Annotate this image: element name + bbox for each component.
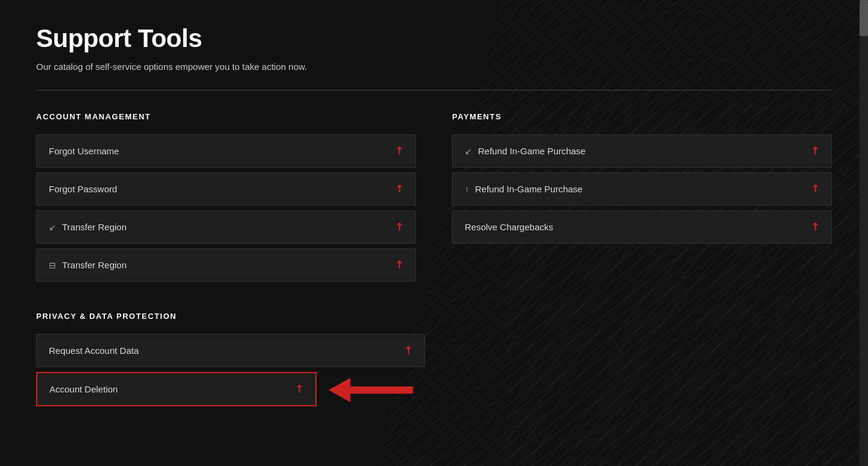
transfer-region-2-icon: ⊟ — [49, 260, 56, 270]
transfer-region-2-label: Transfer Region — [62, 260, 127, 270]
refund-ingame-1-item[interactable]: ↙ Refund In-Game Purchase ↗ — [452, 134, 832, 168]
transfer-region-1-icon: ↙ — [49, 222, 56, 232]
forgot-password-item[interactable]: Forgot Password ↗ — [36, 172, 416, 206]
account-management-section: ACCOUNT MANAGEMENT Forgot Username ↗ For… — [36, 112, 416, 282]
scrollbar-thumb[interactable] — [860, 0, 868, 36]
refund-ingame-2-label: Refund In-Game Purchase — [475, 184, 582, 194]
divider — [36, 90, 832, 90]
annotation-arrow — [329, 374, 425, 405]
scrollbar-track[interactable] — [860, 0, 868, 466]
privacy-heading: PRIVACY & DATA PROTECTION — [36, 312, 832, 321]
transfer-region-1-item[interactable]: ↙ Transfer Region ↗ — [36, 210, 416, 244]
account-deletion-arrow-icon: ↗ — [292, 382, 307, 397]
refund-ingame-2-item[interactable]: ↑ Refund In-Game Purchase ↗ — [452, 172, 832, 206]
request-account-data-item[interactable]: Request Account Data ↗ — [36, 334, 425, 367]
account-management-list: Forgot Username ↗ Forgot Password ↗ ↙ Tr… — [36, 134, 416, 282]
forgot-username-label: Forgot Username — [49, 146, 119, 156]
forgot-password-label: Forgot Password — [49, 184, 117, 194]
svg-marker-1 — [329, 378, 350, 402]
account-deletion-label: Account Deletion — [49, 384, 118, 394]
request-account-data-label: Request Account Data — [49, 345, 139, 356]
account-deletion-wrapper: Account Deletion ↗ — [36, 372, 425, 406]
privacy-section: PRIVACY & DATA PROTECTION Request Accoun… — [36, 312, 832, 406]
forgot-username-arrow-icon: ↗ — [392, 143, 407, 159]
privacy-list: Request Account Data ↗ Account Deletion … — [36, 334, 425, 406]
svg-rect-0 — [347, 386, 413, 394]
forgot-username-item[interactable]: Forgot Username ↗ — [36, 134, 416, 168]
big-red-arrow-svg — [329, 374, 425, 405]
transfer-region-2-item[interactable]: ⊟ Transfer Region ↗ — [36, 248, 416, 282]
main-columns: ACCOUNT MANAGEMENT Forgot Username ↗ For… — [36, 112, 832, 282]
resolve-chargebacks-arrow-icon: ↗ — [808, 219, 823, 235]
transfer-region-1-arrow-icon: ↗ — [392, 219, 407, 235]
page-title: Support Tools — [36, 24, 832, 53]
account-deletion-item[interactable]: Account Deletion ↗ — [36, 372, 316, 406]
transfer-region-2-arrow-icon: ↗ — [392, 257, 407, 272]
request-account-data-arrow-icon: ↗ — [401, 343, 416, 358]
page-subtitle: Our catalog of self-service options empo… — [36, 61, 832, 72]
refund-ingame-2-icon: ↑ — [465, 184, 469, 194]
transfer-region-1-label: Transfer Region — [62, 222, 127, 232]
refund-ingame-1-label: Refund In-Game Purchase — [478, 146, 585, 156]
refund-ingame-1-icon: ↙ — [465, 146, 472, 156]
resolve-chargebacks-label: Resolve Chargebacks — [465, 222, 553, 232]
payments-section: PAYMENTS ↙ Refund In-Game Purchase ↗ ↑ R… — [452, 112, 832, 282]
payments-list: ↙ Refund In-Game Purchase ↗ ↑ Refund In-… — [452, 134, 832, 244]
payments-heading: PAYMENTS — [452, 112, 832, 121]
resolve-chargebacks-item[interactable]: Resolve Chargebacks ↗ — [452, 210, 832, 244]
refund-ingame-2-arrow-icon: ↗ — [808, 181, 823, 197]
forgot-password-arrow-icon: ↗ — [392, 181, 407, 197]
account-management-heading: ACCOUNT MANAGEMENT — [36, 112, 416, 121]
refund-ingame-1-arrow-icon: ↗ — [808, 143, 823, 159]
